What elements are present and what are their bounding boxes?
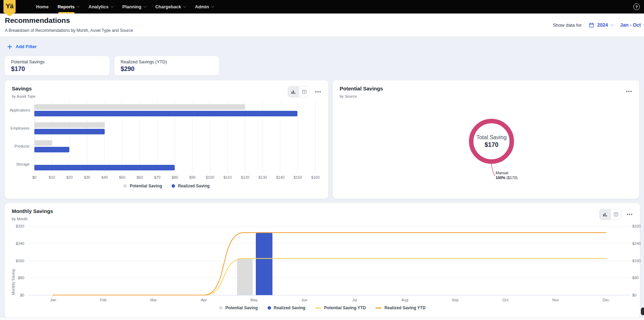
x-axis-tick-label: $70	[154, 175, 160, 179]
chart-view-button[interactable]	[288, 87, 299, 97]
summary-cards: Potential Savings$170Realized Savings (Y…	[5, 56, 219, 75]
potential-savings-panel-subtitle: by Source	[340, 94, 383, 98]
nav-item-chargeback[interactable]: Chargeback	[155, 0, 186, 14]
bar-potential-saving[interactable]	[34, 104, 245, 110]
x-axis-month-label: Jul	[352, 298, 357, 302]
x-axis-tick-label: $100	[206, 175, 214, 179]
category-label: Employees	[10, 126, 34, 130]
donut-ring[interactable]: Total Saving $170	[469, 119, 514, 164]
chevron-down-icon	[211, 5, 214, 8]
y-axis-tick-label: $240	[632, 241, 641, 246]
x-axis-month-label: Apr	[201, 298, 207, 302]
donut-center: Total Saving $170	[476, 134, 506, 149]
monthly-panel-controls	[599, 209, 633, 220]
summary-card-value: $290	[121, 65, 213, 73]
y-axis-tick-label: $80	[632, 276, 638, 280]
line-potential-saving-ytd[interactable]	[53, 258, 606, 295]
savings-panel-title: Savings	[12, 86, 35, 91]
x-axis-month-label: Dec	[602, 298, 609, 302]
chevron-down-icon	[111, 5, 114, 8]
y-axis-tick-label: $320	[632, 224, 641, 228]
x-axis-tick-label: $160	[311, 175, 320, 179]
bar-group-storage: Storage	[10, 155, 315, 173]
main-nav: HomeReportsAnalyticsPlanningChargebackAd…	[36, 0, 214, 14]
potential-savings-panel-header: Potential Savings by Source	[333, 80, 639, 98]
horizontal-scrollbar-track[interactable]	[0, 317, 644, 320]
nav-item-planning[interactable]: Planning	[122, 0, 146, 14]
legend-item-potential-saving-ytd[interactable]: Potential Saving YTD	[315, 305, 366, 310]
monthly-x-axis: JanFebMarAprMayJunJulAugSepOctNovDec	[28, 298, 630, 303]
y-axis-tick-label: $0	[632, 293, 636, 297]
x-axis-tick-label: $20	[66, 175, 72, 179]
x-axis-month-label: Oct	[502, 298, 508, 302]
potential-savings-panel-titles: Potential Savings by Source	[340, 86, 383, 98]
legend-swatch-dot	[219, 306, 223, 310]
savings-bar-chart: ApplicationsEmployeesProductsStorage $0$…	[5, 101, 328, 188]
add-filter-label: Add Filter	[16, 44, 37, 49]
calendar-icon	[589, 22, 594, 28]
chart-view-button[interactable]	[600, 209, 610, 220]
bar-group-products: Products	[10, 137, 315, 155]
legend-swatch-dot	[123, 184, 127, 188]
nav-item-admin[interactable]: Admin	[195, 0, 214, 14]
legend-item-realized-saving-ytd[interactable]: Realized Saving YTD	[375, 305, 425, 310]
ytd-lines-layer	[28, 226, 630, 295]
page-title: Recommendations	[5, 16, 70, 25]
monthly-y-axis-left: $0$80$160$240$320	[5, 226, 24, 295]
more-options-button[interactable]	[626, 209, 633, 220]
add-filter-button[interactable]: Add Filter	[7, 44, 37, 49]
bar-realized-saving[interactable]	[34, 111, 297, 116]
slice-name: Manual	[496, 170, 517, 175]
y-axis-tick-label: $160	[632, 259, 641, 263]
bar-area	[34, 101, 315, 119]
nav-item-label: Admin	[195, 4, 209, 9]
legend-label: Realized Saving	[178, 184, 209, 188]
table-icon	[302, 89, 307, 94]
category-label: Storage	[10, 162, 34, 166]
nav-item-label: Reports	[58, 4, 75, 9]
month-range-select[interactable]: Jan - Oct	[620, 22, 644, 28]
nav-item-home[interactable]: Home	[36, 0, 49, 14]
bar-group-employees: Employees	[10, 119, 315, 137]
table-view-button[interactable]	[610, 209, 621, 220]
legend-swatch-line	[315, 308, 321, 309]
view-toggle	[288, 86, 310, 97]
nav-item-analytics[interactable]: Analytics	[88, 0, 113, 14]
help-button[interactable]: ?	[633, 3, 640, 10]
savings-panel-header: Savings by Asset Type	[5, 80, 328, 98]
table-view-button[interactable]	[299, 87, 310, 97]
legend-label: Realized Saving	[274, 305, 305, 310]
legend-item-realized-saving[interactable]: Realized Saving	[268, 305, 305, 310]
bar-realized-saving[interactable]	[34, 129, 105, 134]
chevron-down-icon	[77, 5, 80, 8]
legend-swatch-line	[375, 308, 382, 309]
line-realized-saving-ytd[interactable]	[53, 233, 606, 295]
legend-item-realized-saving[interactable]: Realized Saving	[172, 184, 209, 188]
legend-item-potential-saving[interactable]: Potential Saving	[219, 305, 258, 310]
page-subtitle: A Breakdown of Recommendations by Month,…	[5, 28, 133, 33]
y-axis-tick-label: $160	[16, 259, 24, 263]
bar-realized-saving[interactable]	[34, 147, 69, 152]
slice-label: Manual 100% ($170)	[496, 170, 517, 180]
more-options-button[interactable]	[315, 87, 322, 97]
monthly-panel-title: Monthly Savings	[12, 208, 53, 214]
table-icon	[613, 212, 618, 217]
nav-item-reports[interactable]: Reports	[58, 0, 79, 14]
x-axis-month-label: Feb	[100, 298, 107, 302]
bar-area	[34, 155, 315, 173]
potential-savings-panel: Potential Savings by Source Total Saving…	[333, 80, 639, 199]
more-options-button[interactable]	[626, 86, 633, 97]
help-icon: ?	[635, 5, 638, 9]
monthly-y-axis-right: $0$80$160$240$320	[632, 226, 644, 295]
bar-potential-saving[interactable]	[34, 140, 52, 146]
bar-chart-icon	[291, 90, 296, 94]
legend-item-potential-saving[interactable]: Potential Saving	[123, 184, 162, 188]
bar-potential-saving[interactable]	[34, 122, 105, 128]
category-label: Applications	[10, 108, 34, 112]
savings-panel: Savings by Asset Type	[5, 80, 328, 199]
legend-label: Potential Saving YTD	[324, 305, 366, 310]
year-select[interactable]: 2024	[589, 22, 613, 28]
vertical-scrollbar-thumb[interactable]	[641, 308, 644, 315]
bar-area	[34, 119, 315, 137]
bar-realized-saving[interactable]	[34, 165, 175, 170]
